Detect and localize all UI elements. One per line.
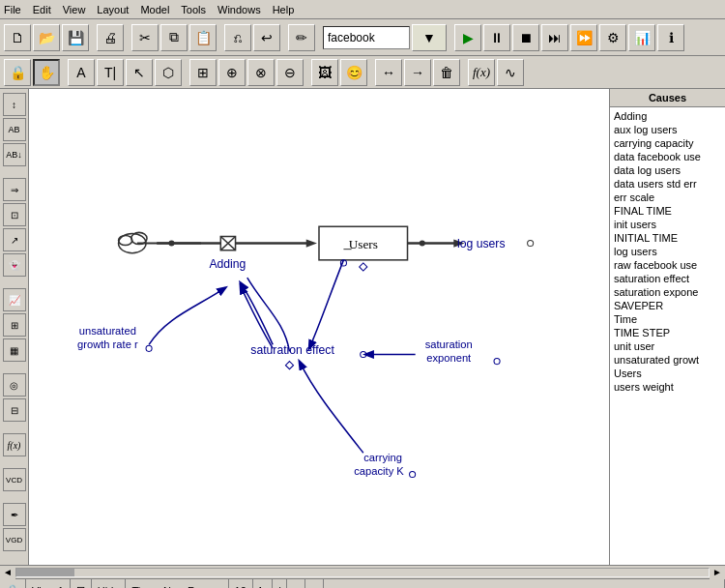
zoom-fit-button[interactable]: ⊞ — [189, 59, 217, 86]
lt-flow-button[interactable]: ⊡ — [3, 203, 26, 226]
strikethrough-button[interactable]: s — [305, 579, 324, 588]
scroll-right-button[interactable]: ► — [710, 566, 725, 579]
fast-button[interactable]: ⏩ — [570, 24, 597, 51]
trash-button[interactable]: 🗑 — [433, 59, 460, 86]
wave-button[interactable]: ∿ — [497, 59, 524, 86]
select-button[interactable]: ↖ — [126, 59, 153, 86]
info-button[interactable]: ℹ — [657, 24, 684, 51]
scroll-thumb[interactable] — [16, 569, 74, 576]
text-cursor-button[interactable]: T| — [97, 59, 124, 86]
sketch-button[interactable]: ✏ — [288, 24, 315, 51]
text-A-button[interactable]: A — [68, 59, 95, 86]
copy-button[interactable]: ⧉ — [160, 24, 188, 51]
lt-slider-button[interactable]: ⊟ — [3, 398, 26, 422]
causes-list-item[interactable]: aux log users — [612, 123, 723, 136]
paste-button[interactable]: 📋 — [189, 24, 217, 51]
menu-model[interactable]: Model — [140, 4, 169, 15]
causes-list-item[interactable]: FINAL TIME — [612, 204, 723, 218]
lt-chart-button[interactable]: 📈 — [3, 288, 26, 311]
horizontal-scrollbar[interactable]: ◄ ► — [0, 565, 725, 578]
step-button[interactable]: ⏭ — [541, 24, 568, 51]
causes-list-item[interactable]: users weight — [612, 380, 723, 394]
lt-vcd-button[interactable]: VCD — [3, 468, 26, 491]
undo-button[interactable]: ⎌ — [224, 24, 251, 51]
lt-knob-button[interactable]: ◎ — [3, 373, 26, 397]
lt-table-button[interactable]: ⊞ — [3, 313, 26, 337]
causes-list-item[interactable]: unsaturated growt — [612, 353, 723, 367]
causes-list-item[interactable]: log users — [612, 245, 723, 258]
font-size[interactable]: 12 — [229, 579, 253, 588]
save-button[interactable]: 💾 — [62, 24, 89, 51]
new-button[interactable]: 🗋 — [4, 24, 31, 51]
causes-list-item[interactable]: Time — [612, 312, 723, 326]
lt-bar-button[interactable]: ▦ — [3, 338, 26, 362]
lt-fx2-button[interactable]: f(x) — [3, 433, 26, 456]
causes-list-item[interactable]: Adding — [612, 109, 723, 123]
hide-button[interactable]: Hide — [92, 579, 127, 588]
main-area: ↕ AB AB↓ ⇒ ⊡ ↗ 👻 📈 ⊞ ▦ ◎ ⊟ f(x) VCD ✒ VG… — [0, 89, 725, 565]
causes-list-item[interactable]: SAVEPER — [612, 299, 723, 312]
image-button[interactable]: 🖼 — [311, 59, 338, 86]
fx-button[interactable]: f(x) — [468, 59, 495, 86]
bold-button[interactable]: b — [253, 579, 273, 588]
menu-help[interactable]: Help — [273, 4, 295, 15]
scroll-track[interactable] — [15, 568, 710, 577]
lt-link-button[interactable]: ↗ — [3, 228, 26, 251]
causes-list-item[interactable]: TIME STEP — [612, 326, 723, 339]
stop-button[interactable]: ⏹ — [512, 24, 539, 51]
font-name[interactable]: Times New Roman — [126, 579, 228, 588]
causes-list-item[interactable]: INITIAL TIME — [612, 231, 723, 245]
redo-button[interactable]: ↩ — [253, 24, 280, 51]
search-box[interactable] — [323, 26, 410, 49]
lt-ab-button[interactable]: AB — [3, 118, 26, 141]
lt-arrow-button[interactable]: ↕ — [3, 93, 26, 116]
causes-list-item[interactable]: err scale — [612, 191, 723, 204]
causes-list-item[interactable]: data facebook use — [612, 150, 723, 163]
causes-list-item[interactable]: data users std err — [612, 177, 723, 191]
menu-layout[interactable]: Layout — [97, 4, 129, 15]
run-button[interactable]: ▶ — [454, 24, 481, 51]
canvas-area[interactable]: Users log users Adding unsaturated growt… — [29, 89, 609, 565]
hand-button[interactable]: ✋ — [33, 59, 60, 86]
zoom-out-button[interactable]: ⊖ — [276, 59, 304, 86]
lt-vgd-button[interactable]: VGD — [3, 528, 26, 551]
causes-list-item[interactable]: Users — [612, 367, 723, 380]
print-button[interactable]: 🖨 — [97, 24, 124, 51]
menu-tools[interactable]: Tools — [181, 4, 206, 15]
causes-list-item[interactable]: saturation effect — [612, 272, 723, 285]
lt-ghost-button[interactable]: 👻 — [3, 253, 26, 277]
italic-button[interactable]: i — [273, 579, 287, 588]
search-confirm-button[interactable]: ▼ — [412, 24, 447, 51]
zoom-custom-button[interactable]: ⊗ — [247, 59, 275, 86]
causes-list-item[interactable]: data log users — [612, 163, 723, 177]
toolbar1: 🗋 📂 💾 🖨 ✂ ⧉ 📋 ⎌ ↩ ✏ ▼ ▶ ⏸ ⏹ ⏭ ⏩ ⚙ 📊 ℹ — [0, 19, 725, 56]
reshape-button[interactable]: ⬡ — [155, 59, 182, 86]
open-button[interactable]: 📂 — [33, 24, 60, 51]
lt-arrow2-button[interactable]: ⇒ — [3, 178, 26, 201]
zoom-in-button[interactable]: ⊕ — [218, 59, 246, 86]
carrying-k-label: capacity K — [354, 465, 404, 477]
pause-button[interactable]: ⏸ — [483, 24, 510, 51]
menu-edit[interactable]: Edit — [33, 4, 51, 15]
menu-view[interactable]: View — [63, 4, 86, 15]
causes-list-item[interactable]: saturation expone — [612, 285, 723, 299]
lt-pen-button[interactable]: ✒ — [3, 503, 26, 526]
export-button[interactable]: 📊 — [628, 24, 655, 51]
causes-list[interactable]: Addingaux log userscarrying capacitydata… — [610, 107, 725, 565]
causes-list-item[interactable]: unit user — [612, 339, 723, 353]
causes-list-item[interactable]: init users — [612, 218, 723, 231]
causes-list-item[interactable]: raw facebook use — [612, 258, 723, 272]
cut-button[interactable]: ✂ — [131, 24, 159, 51]
menu-windows[interactable]: Windows — [218, 4, 261, 15]
menu-file[interactable]: File — [4, 4, 21, 15]
search-input[interactable] — [328, 31, 405, 44]
settings-button[interactable]: ⚙ — [599, 24, 626, 51]
causes-list-item[interactable]: carrying capacity — [612, 136, 723, 150]
face-button[interactable]: 😊 — [340, 59, 367, 86]
underline-button[interactable]: u — [287, 579, 305, 588]
lt-var-button[interactable]: AB↓ — [3, 143, 26, 166]
scroll-left-button[interactable]: ◄ — [0, 566, 15, 579]
arrow-button[interactable]: → — [404, 59, 431, 86]
cursor2-button[interactable]: ↔ — [375, 59, 402, 86]
lock-button[interactable]: 🔒 — [4, 59, 31, 86]
